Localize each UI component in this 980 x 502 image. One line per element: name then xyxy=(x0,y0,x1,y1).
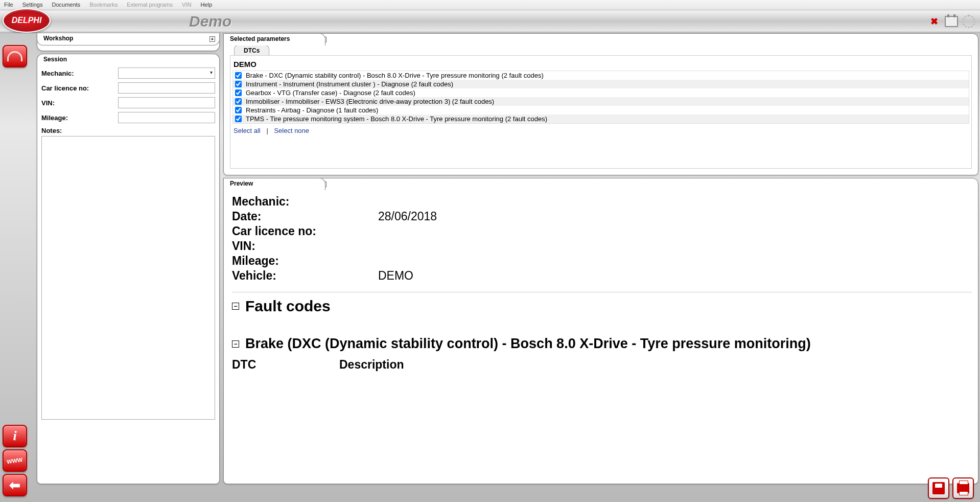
dtc-row-label: Restraints - Airbag - Diagnose (1 fault … xyxy=(246,106,378,114)
mileage-label: Mileage: xyxy=(41,114,118,122)
notes-textarea[interactable] xyxy=(41,136,215,420)
dtc-column-header: DTC xyxy=(232,358,339,372)
menu-help[interactable]: Help xyxy=(200,2,212,8)
params-panel: Selected parameters − DTCs DEMO Brake - … xyxy=(223,33,978,175)
session-tab: Session xyxy=(37,54,220,66)
print-button[interactable] xyxy=(952,477,974,499)
preview-title: Preview xyxy=(230,180,253,187)
dtc-checkbox[interactable] xyxy=(235,107,242,113)
divider xyxy=(232,292,972,292)
info-icon: i xyxy=(13,428,16,444)
menubar: File Settings Documents Bookmarks Extern… xyxy=(0,0,980,9)
vin-input[interactable] xyxy=(118,97,215,108)
menu-bookmarks[interactable]: Bookmarks xyxy=(89,2,118,8)
collapse-icon[interactable]: − xyxy=(232,340,239,348)
dtc-row[interactable]: Immobiliser - Immobiliser - EWS3 (Electr… xyxy=(233,97,969,106)
vin-label: VIN: xyxy=(41,99,118,107)
mechanic-label: Mechanic: xyxy=(41,70,118,77)
left-rail: i WWW ⬅ xyxy=(3,38,31,498)
back-button[interactable]: ⬅ xyxy=(3,474,27,496)
select-none-link[interactable]: Select none xyxy=(274,127,309,134)
expand-icon[interactable]: + xyxy=(209,36,215,42)
licence-input[interactable] xyxy=(118,82,215,94)
dtc-row-label: Brake - DXC (Dynamic stability control) … xyxy=(246,72,544,79)
pv-vin-label: VIN: xyxy=(232,239,378,253)
print-icon xyxy=(957,483,969,493)
support-button[interactable] xyxy=(3,45,27,67)
dtc-row-label: Gearbox - VTG (Transfer case) - Diagnose… xyxy=(246,89,415,97)
dtc-row-label: TPMS - Tire pressure monitoring system -… xyxy=(246,115,547,123)
calendar-icon[interactable] xyxy=(944,14,959,29)
back-arrow-icon: ⬅ xyxy=(9,477,20,493)
www-button[interactable]: WWW xyxy=(3,449,27,472)
page-title: Demo xyxy=(189,13,231,30)
dtc-row-label: Immobiliser - Immobiliser - EWS3 (Electr… xyxy=(246,98,494,105)
dtc-row[interactable]: Restraints - Airbag - Diagnose (1 fault … xyxy=(233,106,969,115)
dtc-vehicle-title: DEMO xyxy=(232,58,969,71)
info-button[interactable]: i xyxy=(3,425,27,447)
workshop-tab: Workshop + xyxy=(37,33,220,45)
spinner-icon xyxy=(962,14,976,29)
pv-vehicle-value: DEMO xyxy=(378,269,413,283)
session-panel: Session Mechanic: Car licence no: VIN: M… xyxy=(37,54,220,484)
params-title: Selected parameters xyxy=(230,35,290,42)
close-icon[interactable]: ✖ xyxy=(927,14,941,29)
pv-mileage-label: Mileage: xyxy=(232,254,378,268)
dtc-row[interactable]: Gearbox - VTG (Transfer case) - Diagnose… xyxy=(233,88,969,97)
separator: | xyxy=(266,127,268,134)
dtc-row[interactable]: Instrument - Instrument (Instrument clus… xyxy=(233,80,969,88)
preview-panel: Preview − Mechanic: Date:28/06/2018 Car … xyxy=(223,178,978,484)
dtc-checkbox[interactable] xyxy=(235,72,242,79)
dtc-row[interactable]: TPMS - Tire pressure monitoring system -… xyxy=(233,115,969,123)
menu-vin[interactable]: VIN xyxy=(182,2,191,8)
pv-licence-label: Car licence no: xyxy=(232,224,378,238)
licence-label: Car licence no: xyxy=(41,84,118,92)
main-area: i WWW ⬅ Workshop + Session Mechanic: Car… xyxy=(0,33,980,502)
menu-settings[interactable]: Settings xyxy=(22,2,43,8)
dtc-checkbox[interactable] xyxy=(235,89,242,96)
mileage-input[interactable] xyxy=(118,112,215,123)
workshop-panel: Workshop + xyxy=(37,33,220,51)
dtc-tab[interactable]: DTCs xyxy=(234,45,269,56)
session-title: Session xyxy=(43,56,67,63)
preview-body[interactable]: Mechanic: Date:28/06/2018 Car licence no… xyxy=(228,191,976,480)
dtc-checkbox[interactable] xyxy=(235,81,242,87)
save-button[interactable] xyxy=(928,477,949,499)
description-column-header: Description xyxy=(339,358,404,372)
headset-icon xyxy=(7,51,22,61)
menu-file[interactable]: File xyxy=(4,2,13,8)
fault-codes-title: Fault codes xyxy=(245,298,331,315)
dtc-list: Brake - DXC (Dynamic stability control) … xyxy=(232,71,969,124)
brake-section-title: Brake (DXC (Dynamic stability control) -… xyxy=(245,335,811,353)
menu-external[interactable]: External programs xyxy=(127,2,173,8)
params-tab: Selected parameters xyxy=(223,33,325,45)
delphi-logo: DELPHI xyxy=(3,8,51,33)
header-bar: DELPHI Demo ✖ xyxy=(0,9,980,33)
menu-documents[interactable]: Documents xyxy=(52,2,80,8)
mechanic-select[interactable] xyxy=(118,67,215,79)
dtc-checkbox[interactable] xyxy=(235,98,242,105)
pv-mechanic-label: Mechanic: xyxy=(232,195,378,209)
pv-vehicle-label: Vehicle: xyxy=(232,269,378,283)
select-all-link[interactable]: Select all xyxy=(234,127,261,134)
collapse-icon[interactable]: − xyxy=(232,303,239,310)
dtc-row[interactable]: Brake - DXC (Dynamic stability control) … xyxy=(233,71,969,80)
www-icon: WWW xyxy=(7,457,24,465)
notes-label: Notes: xyxy=(41,127,215,134)
dtc-checkbox[interactable] xyxy=(235,116,242,122)
pv-date-label: Date: xyxy=(232,210,378,223)
save-icon xyxy=(932,482,945,494)
preview-tab: Preview xyxy=(223,178,325,190)
pv-date-value: 28/06/2018 xyxy=(378,210,437,223)
dtc-row-label: Instrument - Instrument (Instrument clus… xyxy=(246,80,453,88)
workshop-title: Workshop xyxy=(43,35,73,42)
